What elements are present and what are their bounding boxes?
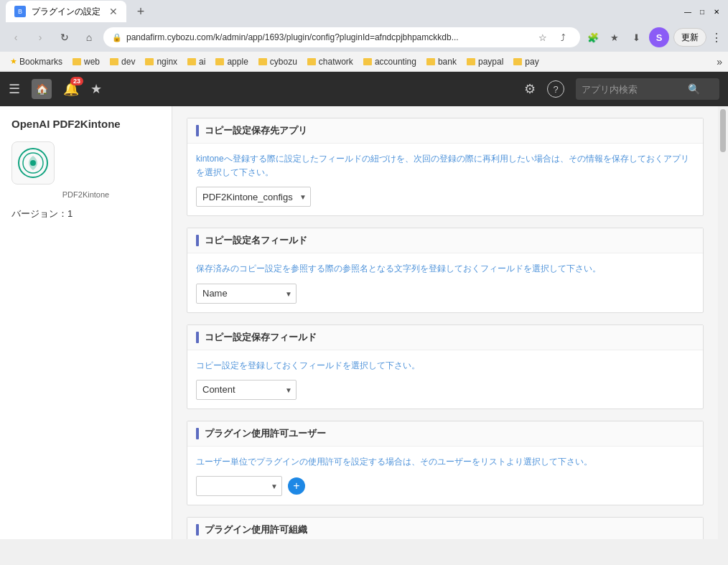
folder-icon <box>258 58 267 65</box>
share-icon[interactable]: ⤴ <box>554 29 571 46</box>
folder-icon <box>187 58 196 65</box>
bookmark-label: bank <box>438 57 457 67</box>
folder-icon <box>307 58 316 65</box>
folder-icon <box>467 58 475 65</box>
plugin-logo <box>11 141 55 185</box>
folder-icon <box>215 58 224 65</box>
new-tab-button[interactable]: + <box>131 1 151 22</box>
section-title: コピー設定保存フィールド <box>205 331 317 344</box>
bookmark-label: Bookmarks <box>19 57 62 67</box>
svg-point-1 <box>30 160 36 166</box>
url-text: pandafirm.cybozu.com/k/admin/app/1693/pl… <box>126 32 530 42</box>
copy-dest-select[interactable]: PDF2Kintone_configs <box>196 187 311 207</box>
bookmark-label: paypal <box>478 57 503 67</box>
tab-close-icon[interactable]: ✕ <box>109 6 118 17</box>
bookmark-label: ai <box>199 57 205 67</box>
folder-icon <box>73 58 81 65</box>
extension-icon[interactable]: 🧩 <box>584 29 602 46</box>
download-icon[interactable]: ⬇ <box>627 29 645 46</box>
scroll-thumb[interactable] <box>720 109 726 152</box>
copy-name-field-select-wrap: Name ▼ <box>196 284 297 304</box>
section-allow-org: プラグイン使用許可組織 組織単位でプラグインの使用許可を設定する場合は、その組織… <box>187 517 704 539</box>
section-bar <box>196 235 199 246</box>
section-allow-user: プラグイン使用許可ユーザー ユーザー単位でプラグインの使用許可を設定する場合は、… <box>187 421 704 505</box>
tab-title: プラグインの設定 <box>32 6 101 18</box>
section-title: コピー設定保存先アプリ <box>205 124 307 137</box>
allow-user-select[interactable] <box>196 476 282 496</box>
settings-content: コピー設定保存先アプリ kintoneへ登録する際に設定したフィールドの紐づけを… <box>172 106 718 539</box>
bookmark-star-icon[interactable]: ☆ <box>534 29 551 46</box>
bookmark-item-dev[interactable]: dev <box>106 55 139 68</box>
settings-icon[interactable]: ⚙ <box>524 81 536 97</box>
bookmarks-more-button[interactable]: » <box>717 56 722 67</box>
bookmark-label: pay <box>525 57 538 67</box>
browser-menu-button[interactable]: ⋮ <box>711 31 722 45</box>
folder-icon <box>145 58 154 65</box>
section-copy-name-field: コピー設定名フィールド 保存済みのコピー設定を参照する際の参照名となる文字列を登… <box>187 228 704 312</box>
copy-save-field-select[interactable]: Content <box>196 380 297 400</box>
refresh-button[interactable]: ↻ <box>55 27 75 47</box>
section-bar <box>196 428 199 439</box>
home-button[interactable]: ⌂ <box>79 27 99 47</box>
folder-icon <box>513 58 522 65</box>
section-bar <box>196 125 199 136</box>
bookmark-item-apple[interactable]: apple <box>211 55 252 68</box>
bookmark-add-icon[interactable]: ★ <box>606 29 623 46</box>
bookmark-item-accounting[interactable]: accounting <box>359 55 421 68</box>
bookmark-item-chatwork[interactable]: chatwork <box>303 55 358 68</box>
close-button[interactable]: ✕ <box>711 6 722 17</box>
notification-button[interactable]: 🔔 23 <box>63 81 79 97</box>
hamburger-menu-button[interactable]: ☰ <box>9 81 20 97</box>
bookmarks-bar: ★ Bookmarks web dev nginx ai apple cyboz… <box>0 52 728 72</box>
favorites-button[interactable]: ★ <box>90 81 102 97</box>
bookmark-item-web[interactable]: web <box>68 55 104 68</box>
bookmark-label: chatwork <box>319 57 353 67</box>
section-copy-save-field: コピー設定保存フィールド コピー設定を登録しておくフィールドを選択して下さい。 … <box>187 324 704 409</box>
section-copy-dest: コピー設定保存先アプリ kintoneへ登録する際に設定したフィールドの紐づけを… <box>187 118 704 216</box>
bookmark-item-cybozu[interactable]: cybozu <box>254 55 302 68</box>
bookmark-item-nginx[interactable]: nginx <box>141 55 182 68</box>
section-desc: 保存済みのコピー設定を参照する際の参照名となる文字列を登録しておくフィールドを選… <box>196 262 694 276</box>
bookmark-label: apple <box>227 57 248 67</box>
bookmark-item-bank[interactable]: bank <box>422 55 461 68</box>
forward-button[interactable]: › <box>30 27 50 47</box>
url-bar[interactable]: 🔒 pandafirm.cybozu.com/k/admin/app/1693/… <box>103 27 580 47</box>
bookmark-label: cybozu <box>270 57 297 67</box>
section-bar <box>196 332 199 343</box>
bookmark-star-icon: ★ <box>10 57 17 66</box>
search-icon[interactable]: 🔍 <box>688 83 700 95</box>
search-input[interactable] <box>582 84 682 95</box>
copy-name-field-select[interactable]: Name <box>196 284 297 304</box>
section-desc: ユーザー単位でプラグインの使用許可を設定する場合は、そのユーザーをリストより選択… <box>196 455 694 469</box>
folder-icon <box>426 58 435 65</box>
bookmark-item-bookmarks[interactable]: ★ Bookmarks <box>6 55 67 68</box>
update-button[interactable]: 更新 <box>673 28 706 47</box>
page-scrollbar[interactable] <box>718 106 728 539</box>
bookmark-label: accounting <box>375 57 416 67</box>
section-desc: コピー設定を登録しておくフィールドを選択して下さい。 <box>196 359 694 373</box>
bookmark-label: dev <box>121 57 135 67</box>
add-user-button[interactable]: + <box>288 477 305 495</box>
app-search-bar[interactable]: 🔍 <box>576 78 719 100</box>
home-button[interactable]: 🏠 <box>32 79 52 99</box>
plugin-name: OpenAI PDF2Kintone <box>11 118 160 130</box>
back-button[interactable]: ‹ <box>6 27 26 47</box>
lock-icon: 🔒 <box>112 33 122 42</box>
section-title: コピー設定名フィールド <box>205 234 307 247</box>
copy-dest-select-wrap: PDF2Kintone_configs ▼ <box>196 187 311 207</box>
section-desc: kintoneへ登録する際に設定したフィールドの紐づけを、次回の登録の際に再利用… <box>196 152 694 179</box>
folder-icon <box>363 58 372 65</box>
bookmark-item-pay[interactable]: pay <box>509 55 543 68</box>
tab-favicon: B <box>14 6 26 17</box>
bookmark-item-paypal[interactable]: paypal <box>462 55 508 68</box>
minimize-button[interactable]: — <box>682 6 694 17</box>
help-button[interactable]: ? <box>547 80 564 98</box>
maximize-button[interactable]: □ <box>696 6 708 17</box>
profile-button[interactable]: S <box>649 27 669 47</box>
section-title: プラグイン使用許可ユーザー <box>205 427 326 440</box>
section-title: プラグイン使用許可組織 <box>205 523 307 536</box>
section-bar <box>196 524 199 536</box>
notification-badge: 23 <box>70 77 83 85</box>
browser-tab[interactable]: B プラグインの設定 ✕ <box>6 1 126 22</box>
bookmark-item-ai[interactable]: ai <box>183 55 210 68</box>
